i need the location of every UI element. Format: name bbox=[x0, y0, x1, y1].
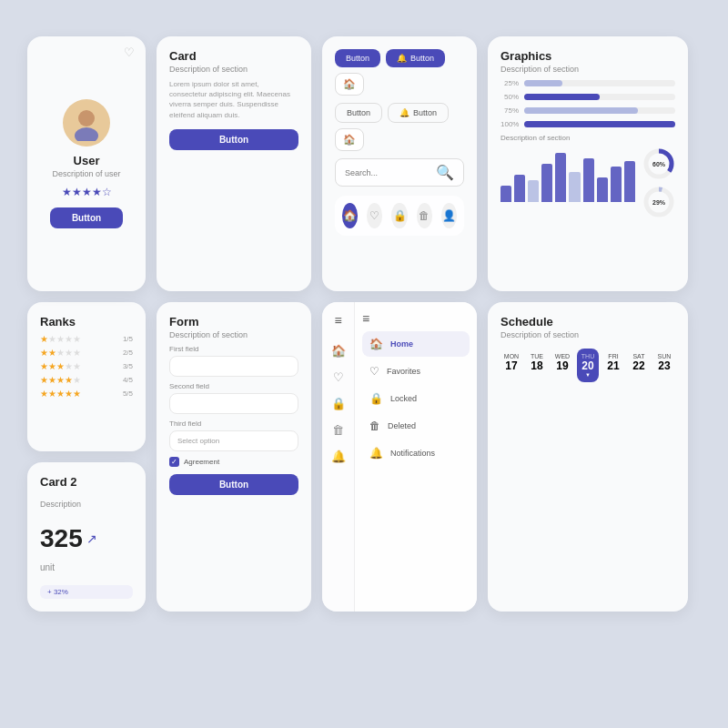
bar-row-2: 50% bbox=[500, 93, 675, 101]
svg-text:29%: 29% bbox=[652, 199, 666, 206]
home-icon-circle[interactable]: 🏠 bbox=[342, 203, 358, 228]
nav-item-home[interactable]: 🏠 Home bbox=[362, 331, 470, 357]
user-name: User bbox=[74, 154, 100, 167]
svg-point-1 bbox=[75, 127, 98, 141]
home-nav-icon: 🏠 bbox=[369, 338, 383, 350]
bar-row-3: 75% bbox=[500, 106, 675, 115]
form-description: Description of section bbox=[169, 330, 298, 339]
avatar bbox=[63, 99, 110, 147]
hamburger-icon[interactable]: ≡ bbox=[334, 313, 341, 328]
home-icon-button-1[interactable]: 🏠 bbox=[335, 73, 364, 96]
card-component: Card Description of section Lorem ipsum … bbox=[157, 36, 311, 291]
nav-mini-heart[interactable]: ♡ bbox=[333, 370, 344, 384]
user-button[interactable]: Button bbox=[50, 207, 123, 228]
bell-nav-icon: 🔔 bbox=[369, 447, 383, 460]
schedule-description: Description of section bbox=[500, 330, 675, 339]
field1-input[interactable] bbox=[169, 356, 298, 377]
bar-chart: 25% 50% 75% 100% bbox=[500, 79, 675, 128]
button-row-1: Button 🔔 Button 🏠 bbox=[335, 49, 464, 96]
form-title: Form bbox=[169, 315, 298, 329]
nav-mini-bell[interactable]: 🔔 bbox=[331, 450, 346, 463]
graphics-title: Graphics bbox=[500, 49, 675, 63]
card2-card: Card 2 Description 325 ↗ unit + 32% bbox=[27, 462, 146, 612]
graphics-card: Graphics Description of section 25% 50% … bbox=[488, 36, 688, 291]
lock-icon-circle[interactable]: 🔒 bbox=[391, 203, 407, 228]
card2-unit: unit bbox=[40, 562, 133, 572]
chart-section: 60% 29% bbox=[500, 147, 675, 218]
card2-title: Card 2 bbox=[40, 475, 133, 489]
date-21[interactable]: FRI 21 bbox=[602, 349, 624, 382]
nav-item-favorites-label: Favorites bbox=[387, 367, 420, 376]
user-card: ♡ User Description of user ★★★★☆ Button bbox=[27, 36, 146, 291]
donut-2: 29% bbox=[642, 186, 675, 218]
bell-outline-icon: 🔔 bbox=[399, 108, 410, 117]
rank-row-3: ★★★★★ 3/5 bbox=[40, 361, 133, 371]
field2-label: Second field bbox=[169, 382, 298, 390]
search-bar: 🔍 bbox=[335, 158, 464, 187]
nav-item-favorites[interactable]: ♡ Favorites bbox=[362, 359, 470, 384]
nav-mini-trash[interactable]: 🗑 bbox=[332, 423, 344, 437]
nav-full: ≡ 🏠 Home ♡ Favorites 🔒 Locked 🗑 Deleted bbox=[355, 302, 477, 612]
mini-bar-chart bbox=[500, 147, 635, 202]
date-18[interactable]: TUE 18 bbox=[526, 349, 548, 382]
date-20[interactable]: THU 20 ▼ bbox=[577, 349, 599, 382]
date-23[interactable]: SUN 23 bbox=[653, 349, 675, 382]
heart-icon-circle[interactable]: ♡ bbox=[367, 203, 382, 228]
nav-item-deleted-label: Deleted bbox=[388, 421, 416, 430]
user-icon-circle[interactable]: 👤 bbox=[441, 203, 457, 228]
nav-inner: ≡ 🏠 ♡ 🔒 🗑 🔔 ≡ 🏠 Home ♡ Favorites 🔒 bbox=[322, 302, 477, 612]
svg-point-0 bbox=[78, 110, 95, 126]
field3-select[interactable]: Select option bbox=[169, 430, 298, 451]
home-icon-button-2[interactable]: 🏠 bbox=[335, 128, 364, 151]
heart-icon[interactable]: ♡ bbox=[124, 46, 135, 59]
nav-mini: ≡ 🏠 ♡ 🔒 🗑 🔔 bbox=[322, 302, 355, 612]
main-container: ♡ User Description of user ★★★★☆ Button … bbox=[27, 36, 701, 692]
nav-mini-lock[interactable]: 🔒 bbox=[331, 397, 346, 410]
user-stars: ★★★★☆ bbox=[62, 186, 112, 198]
rank-row-4: ★★★★★ 4/5 bbox=[40, 375, 133, 385]
card-button[interactable]: Button bbox=[169, 129, 298, 150]
user-description: Description of user bbox=[52, 169, 120, 178]
ranks-card: Ranks ★★★★★ 1/5 ★★★★★ 2/5 ★★★★★ 3/5 ★★★★… bbox=[27, 302, 146, 451]
date-17[interactable]: MON 17 bbox=[500, 349, 522, 382]
nav-item-locked-label: Locked bbox=[390, 394, 417, 403]
date-22[interactable]: SAT 22 bbox=[628, 349, 650, 382]
schedule-title: Schedule bbox=[500, 315, 675, 329]
graphics-section-desc: Description of section bbox=[500, 134, 675, 142]
rank-row-1: ★★★★★ 1/5 bbox=[40, 334, 133, 344]
button-row-2: Button 🔔 Button 🏠 bbox=[335, 103, 464, 151]
hamburger-full-icon[interactable]: ≡ bbox=[362, 311, 470, 326]
nav-card: ≡ 🏠 ♡ 🔒 🗑 🔔 ≡ 🏠 Home ♡ Favorites 🔒 bbox=[322, 302, 477, 612]
nav-item-deleted[interactable]: 🗑 Deleted bbox=[362, 413, 470, 439]
checkbox-label: Agreement bbox=[184, 458, 219, 466]
nav-item-notifications[interactable]: 🔔 Notifications bbox=[362, 440, 470, 466]
nav-item-locked[interactable]: 🔒 Locked bbox=[362, 386, 470, 411]
card-title: Card bbox=[169, 49, 298, 63]
trend-icon: ↗ bbox=[86, 531, 97, 546]
bar-row-4: 100% bbox=[500, 120, 675, 128]
filled-button-2[interactable]: 🔔 Button bbox=[386, 49, 445, 67]
search-input[interactable] bbox=[345, 168, 430, 177]
nav-mini-home[interactable]: 🏠 bbox=[331, 344, 346, 358]
donut-1: 60% bbox=[642, 147, 675, 180]
schedule-card: Schedule Description of section MON 17 T… bbox=[488, 302, 688, 612]
field3-label: Third field bbox=[169, 420, 298, 428]
trash-icon-circle[interactable]: 🗑 bbox=[417, 203, 432, 228]
outline-button-2[interactable]: 🔔 Button bbox=[388, 103, 449, 123]
date-19[interactable]: WED 19 bbox=[551, 349, 573, 382]
field2-input[interactable] bbox=[169, 393, 298, 414]
outline-button-1[interactable]: Button bbox=[335, 103, 382, 123]
svg-text:60%: 60% bbox=[652, 161, 666, 167]
card-body: Lorem ipsum dolor sit amet, consectetur … bbox=[169, 79, 298, 120]
checkbox[interactable]: ✓ bbox=[169, 457, 179, 467]
card2-description: Description bbox=[40, 500, 133, 509]
buttons-component: Button 🔔 Button 🏠 Button 🔔 Button 🏠 🔍 🏠 … bbox=[322, 36, 477, 291]
schedule-dates: MON 17 TUE 18 WED 19 THU 20 ▼ FRI 21 SAT bbox=[500, 349, 675, 382]
search-icon: 🔍 bbox=[436, 164, 454, 181]
filled-button-1[interactable]: Button bbox=[335, 49, 380, 67]
ranks-title: Ranks bbox=[40, 315, 133, 329]
card-desc: Description of section bbox=[169, 65, 298, 74]
donut-charts: 60% 29% bbox=[642, 147, 675, 218]
trash-nav-icon: 🗑 bbox=[369, 420, 380, 432]
form-button[interactable]: Button bbox=[169, 474, 298, 495]
